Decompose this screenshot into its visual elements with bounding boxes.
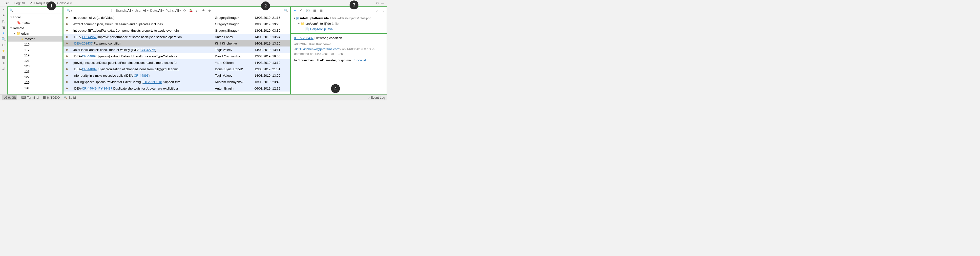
trash-icon[interactable]: 🗑 bbox=[2, 25, 6, 29]
clock-icon[interactable]: 🕘 bbox=[305, 9, 310, 12]
local-node[interactable]: ▼ Local bbox=[8, 14, 62, 20]
commit-list: introduce nullize(s, defValue)Gregory.Sh… bbox=[64, 14, 290, 94]
show-all-link[interactable]: Show all bbox=[355, 58, 367, 62]
changed-file[interactable]: 📄 HelpTooltip.java bbox=[293, 26, 385, 32]
collapse-all-icon[interactable]: ⤡ bbox=[381, 9, 385, 12]
commit-row[interactable]: IDEA-CR-44889: Synchronization of change… bbox=[64, 66, 290, 72]
issue-link[interactable]: IDEA-208437 bbox=[294, 36, 313, 40]
sparkle-icon[interactable]: ✦ bbox=[293, 9, 297, 12]
commit-date: 14/03/2019, 13:10 bbox=[255, 61, 290, 64]
eye-icon[interactable]: 👁 bbox=[201, 9, 206, 12]
commit-row[interactable]: introduce JBTabbedPane#tabComponentInset… bbox=[64, 27, 290, 34]
open-new-tab-icon[interactable]: ⊕ bbox=[207, 9, 212, 12]
commit-author: Rustam Vishnyakov bbox=[215, 80, 255, 84]
author-email[interactable]: kirill.kirichenko@jetbrains.com bbox=[296, 47, 339, 51]
branch-item[interactable]: 129 bbox=[8, 80, 62, 85]
branch-label: 117 bbox=[24, 48, 30, 52]
expand-all-icon[interactable]: ⤢ bbox=[375, 9, 379, 12]
chevron-left-icon[interactable]: ‹ bbox=[2, 7, 6, 11]
regex-icon[interactable]: ✲ bbox=[110, 9, 113, 12]
minimize-icon[interactable]: — bbox=[380, 1, 385, 5]
tag-icon: 🔖 bbox=[17, 21, 21, 24]
graph-node bbox=[66, 55, 73, 57]
java-file-icon: 📄 bbox=[305, 27, 309, 31]
expand-icon[interactable]: ⇲ bbox=[2, 61, 6, 65]
commit-meta: a93c9893 Kirill Kirichenko <kirill.kiric… bbox=[294, 42, 383, 56]
commit-date: 14/03/2019, 13:25 bbox=[255, 42, 290, 45]
commit-row[interactable]: IDEA-CR-44949: PY-34437 Duplicate shortc… bbox=[64, 85, 290, 91]
gear-icon[interactable]: ⚙ bbox=[375, 1, 380, 5]
file-count: 1 file bbox=[332, 22, 339, 26]
date-filter[interactable]: Date: All ▾ bbox=[150, 9, 164, 12]
issue-link[interactable]: CR-44957 bbox=[82, 35, 97, 39]
log-search-input[interactable]: 🔍▾✲ bbox=[65, 8, 115, 13]
tab-log[interactable]: Log: all bbox=[12, 0, 27, 6]
status-event-log[interactable]: ○Event Log bbox=[368, 96, 385, 99]
plus-icon[interactable]: + bbox=[2, 13, 6, 17]
branch-item[interactable]: 125 bbox=[8, 69, 62, 74]
commit-row[interactable]: IDEA-208437 Fix wrong conditionKirill Ki… bbox=[64, 40, 290, 46]
sparkle-icon[interactable]: ✦ bbox=[2, 31, 6, 35]
file-tree-root[interactable]: ▼ ▣ intellij.platform.ide 1 file ~/IdeaP… bbox=[293, 15, 385, 21]
commit-subject: introduce nullize(s, defValue) bbox=[73, 16, 215, 19]
issue-link[interactable]: CR-44897 bbox=[82, 54, 97, 58]
undo-icon[interactable]: ↶ bbox=[299, 9, 303, 12]
commit-row[interactable]: extract common json, structural search a… bbox=[64, 21, 290, 27]
origin-master[interactable]: ★ master bbox=[8, 36, 62, 42]
issue-link[interactable]: CR-44949 bbox=[82, 86, 97, 90]
search-icon[interactable]: 🔍 bbox=[283, 9, 289, 12]
file-tree-pkg[interactable]: ▼ 📁 src/com/intellij/ide 1 file bbox=[293, 21, 385, 26]
status-terminal[interactable]: ⌨Terminal bbox=[21, 96, 39, 99]
group-icon[interactable]: ▦ bbox=[312, 9, 317, 12]
sort-icon[interactable]: ↓↑ bbox=[195, 9, 200, 12]
cherry-pick-icon[interactable]: 🍒 bbox=[188, 9, 194, 12]
search-icon[interactable]: 🔍 bbox=[2, 37, 6, 41]
layout-icon[interactable]: ▦ bbox=[2, 55, 6, 59]
remote-node[interactable]: ▼ Remote bbox=[8, 25, 62, 31]
issue-link[interactable]: CR-42756 bbox=[140, 48, 155, 52]
commit-row[interactable]: Infer purity in simple recursive calls (… bbox=[64, 72, 290, 78]
local-label: Local bbox=[13, 15, 21, 19]
tab-console[interactable]: Console bbox=[55, 0, 74, 6]
status-build[interactable]: 🔨Build bbox=[64, 96, 76, 99]
commit-author: Gregory.Shrago* bbox=[215, 22, 255, 26]
origin-node[interactable]: ▼ 📁 origin bbox=[8, 31, 62, 36]
user-filter[interactable]: User: All ▾ bbox=[135, 9, 149, 12]
filter-icon[interactable]: ⇵ bbox=[2, 67, 6, 71]
status-git[interactable]: ⎇9: Git bbox=[2, 95, 17, 100]
refresh-icon[interactable]: ⟳ bbox=[2, 43, 6, 47]
commit-row[interactable]: JoinLinesHandler: check marker validity … bbox=[64, 46, 290, 53]
commit-row[interactable]: introduce nullize(s, defValue)Gregory.Sh… bbox=[64, 14, 290, 21]
issue-link[interactable]: CR-44893 bbox=[134, 74, 148, 77]
commit-date: 14/03/2019, 13:00 bbox=[255, 74, 290, 77]
issue-link[interactable]: IDEA-199518 bbox=[143, 80, 162, 84]
issue-link[interactable]: PY-34437 bbox=[98, 86, 112, 90]
local-master[interactable]: 🔖 master bbox=[8, 20, 62, 25]
remote-label: Remote bbox=[13, 26, 24, 30]
branch-item[interactable]: 123 bbox=[8, 63, 62, 69]
commit-row[interactable]: IDEA-CR-44897: [groovy] extract DefaultU… bbox=[64, 53, 290, 59]
refresh-icon[interactable]: ⟳ bbox=[183, 9, 187, 12]
branch-item[interactable]: 121 bbox=[8, 58, 62, 63]
branch-item[interactable]: 119 bbox=[8, 53, 62, 58]
paths-filter[interactable]: Paths: All ▾ bbox=[165, 9, 181, 12]
star-icon[interactable]: ★ bbox=[2, 49, 6, 53]
commit-title-rest: Fix wrong condition bbox=[313, 36, 342, 40]
commit-row[interactable]: TrailingSpacesOptionsProvider for Editor… bbox=[64, 78, 290, 85]
commit-row[interactable]: IDEA-CR-44957 improve performance of som… bbox=[64, 34, 290, 40]
status-todo[interactable]: ☰6: TODO bbox=[43, 96, 60, 99]
commit-row[interactable]: [devkit] InspectionDescriptionNotFoundIn… bbox=[64, 59, 290, 66]
branch-item[interactable]: 127 bbox=[8, 74, 62, 80]
branch-item[interactable]: 117 bbox=[8, 47, 62, 53]
hammer-icon: 🔨 bbox=[64, 96, 68, 99]
top-tab-bar: Git: Log: all Pull Requests Console ⚙ — bbox=[0, 0, 387, 6]
issue-link[interactable]: IDEA-208437 bbox=[73, 42, 93, 45]
branch-filter[interactable]: Branch: All ▾ bbox=[116, 9, 133, 12]
collapse-icon[interactable]: ⇱ bbox=[2, 19, 6, 23]
flatten-icon[interactable]: ▤ bbox=[319, 9, 323, 12]
issue-link[interactable]: CR-44889 bbox=[82, 67, 97, 71]
root-label: intellij.platform.ide bbox=[300, 16, 329, 20]
search-icon: 🔍 bbox=[10, 8, 13, 12]
branch-item[interactable]: 115 bbox=[8, 42, 62, 47]
branch-item[interactable]: 131 bbox=[8, 85, 62, 91]
